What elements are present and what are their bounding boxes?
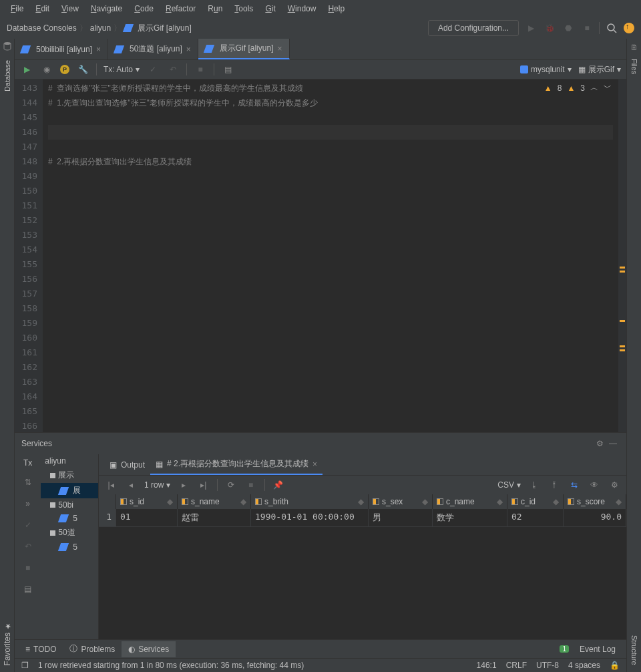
menu-tools[interactable]: Tools <box>229 3 258 15</box>
tree-node[interactable]: 展 <box>41 483 98 498</box>
todo-tab[interactable]: ≡TODO <box>19 641 63 657</box>
search-icon[interactable] <box>605 21 618 35</box>
code-line[interactable] <box>48 375 613 389</box>
stop-icon[interactable]: ■ <box>21 561 35 574</box>
line-separator[interactable]: CRLF <box>506 661 527 670</box>
code-line[interactable] <box>48 242 613 257</box>
services-tab[interactable]: ◐Services <box>122 641 176 657</box>
sort-icon[interactable]: ◆ <box>167 497 173 506</box>
filter-icon[interactable]: ⇅ <box>21 476 35 489</box>
grid-cell[interactable]: 数学 <box>433 509 507 527</box>
rollback-icon[interactable]: ↶ <box>166 63 180 76</box>
result-tab[interactable]: ▦ # 2.再根据分数查询出学生信息及其成绩 × <box>150 454 323 475</box>
code-line[interactable] <box>48 228 613 242</box>
breadcrumb-item[interactable]: Database Consoles <box>7 23 77 33</box>
breadcrumb-item[interactable]: 展示Gif [aliyun] <box>138 23 192 34</box>
structure-tool[interactable]: Structure <box>629 629 640 672</box>
chevron-up-icon[interactable]: ︿ <box>590 82 598 94</box>
code-area[interactable]: ▲8 ▲3 ︿ ﹀ # 查询选修"张三"老师所授课程的学生中，成绩最高的学生信息… <box>43 79 618 432</box>
sort-icon[interactable]: ◆ <box>497 497 503 506</box>
code-line[interactable] <box>48 125 613 140</box>
pin-icon[interactable]: 📌 <box>272 478 285 492</box>
column-header[interactable]: s_brith◆ <box>251 494 369 509</box>
window-icon[interactable]: ❐ <box>21 661 29 670</box>
expand-icon[interactable]: » <box>21 497 35 510</box>
breadcrumb-item[interactable]: aliyun <box>90 23 111 33</box>
inspections-widget[interactable]: ▲8 ▲3 ︿ ﹀ <box>544 82 612 94</box>
menu-code[interactable]: Code <box>129 3 159 15</box>
menu-git[interactable]: Git <box>260 3 280 15</box>
tree-node-root[interactable]: aliyun <box>41 454 98 468</box>
lock-icon[interactable]: 🔒 <box>610 661 620 670</box>
code-line[interactable] <box>48 272 613 287</box>
favorites-tool[interactable]: Favorites ★ <box>1 615 13 672</box>
marker-rail[interactable] <box>618 79 626 432</box>
column-header[interactable]: s_score◆ <box>564 494 626 509</box>
gear-icon[interactable]: ⚙ <box>608 478 621 492</box>
database-tool[interactable]: Database <box>2 53 13 98</box>
sort-icon[interactable]: ◆ <box>553 497 559 506</box>
menu-refactor[interactable]: Refactor <box>160 3 201 15</box>
code-line[interactable] <box>48 213 613 228</box>
tree-node[interactable]: 5 <box>41 512 98 525</box>
code-line[interactable] <box>48 301 613 316</box>
tx-mode-dropdown[interactable]: Tx: Auto▾ <box>103 65 140 74</box>
code-line[interactable] <box>48 419 613 434</box>
code-line[interactable] <box>48 140 613 154</box>
stop-icon[interactable]: ■ <box>580 21 594 35</box>
progress-icon[interactable]: P <box>60 65 69 74</box>
column-header[interactable]: c_name◆ <box>433 494 507 509</box>
code-line[interactable] <box>48 198 613 213</box>
result-grid[interactable]: s_id◆s_name◆s_brith◆s_sex◆c_name◆c_id◆s_… <box>99 494 626 639</box>
commit-icon[interactable]: ✓ <box>146 63 160 76</box>
prev-page-icon[interactable]: ◂ <box>124 478 138 492</box>
close-icon[interactable]: × <box>186 45 191 54</box>
upload-icon[interactable]: ⭱ <box>548 478 561 492</box>
first-page-icon[interactable]: |◂ <box>104 478 118 492</box>
code-line[interactable]: # 查询选修"张三"老师所授课程的学生中，成绩最高的学生信息及其成绩 <box>48 81 613 96</box>
code-line[interactable] <box>48 169 613 184</box>
column-header[interactable]: c_id◆ <box>507 494 564 509</box>
check-icon[interactable]: ✓ <box>21 518 35 532</box>
column-header[interactable]: s_sex◆ <box>369 494 433 509</box>
next-page-icon[interactable]: ▸ <box>177 478 190 492</box>
code-line[interactable] <box>48 389 613 404</box>
editor[interactable]: 1431441451461471481491501511521531541551… <box>15 79 626 432</box>
eventlog-tab[interactable]: Event Log <box>573 641 622 657</box>
compare-icon[interactable]: ⇆ <box>568 478 581 492</box>
tree-node[interactable]: 50bi <box>41 498 98 512</box>
revert-icon[interactable]: ↶ <box>21 540 35 553</box>
close-icon[interactable]: × <box>312 460 317 469</box>
close-icon[interactable]: × <box>277 44 282 53</box>
code-line[interactable] <box>48 360 613 375</box>
caret-position[interactable]: 146:1 <box>477 661 497 670</box>
grid-cell[interactable]: 90.0 <box>564 509 626 527</box>
close-icon[interactable]: × <box>96 45 101 54</box>
editor-tab[interactable]: 50道题 [aliyun]× <box>108 39 198 59</box>
chevron-down-icon[interactable]: ﹀ <box>604 82 612 94</box>
sort-icon[interactable]: ◆ <box>422 497 428 506</box>
menu-help[interactable]: Help <box>323 3 350 15</box>
run-icon[interactable]: ▶ <box>524 21 538 35</box>
grid-cell[interactable]: 02 <box>507 509 564 527</box>
stop-icon[interactable]: ■ <box>244 478 258 492</box>
minimize-icon[interactable]: — <box>606 437 620 450</box>
grid-cell[interactable]: 男 <box>369 509 433 527</box>
code-line[interactable]: # 1.先查询出查询选修"张三"老师所授课程的学生中，成绩最高的分数是多少 <box>48 96 613 110</box>
code-line[interactable] <box>48 404 613 419</box>
tree-node[interactable]: 50道 <box>41 525 98 540</box>
console-selector[interactable]: ▦ 展示Gif▾ <box>578 64 621 75</box>
code-line[interactable] <box>48 110 613 125</box>
coverage-icon[interactable]: ⬣ <box>562 21 575 35</box>
output-tab[interactable]: ▣ Output <box>104 456 150 474</box>
menu-navigate[interactable]: Navigate <box>85 3 128 15</box>
explain-plan-icon[interactable]: ◉ <box>40 63 53 76</box>
schema-selector[interactable]: mysqlunit▾ <box>520 65 572 74</box>
download-icon[interactable]: ⭳ <box>527 478 541 492</box>
column-header[interactable]: s_id◆ <box>116 494 178 509</box>
sort-icon[interactable]: ◆ <box>358 497 364 506</box>
execute-icon[interactable]: ▶ <box>20 63 33 76</box>
grid-cell[interactable]: 赵雷 <box>178 509 251 527</box>
view-icon[interactable]: ▤ <box>221 63 234 76</box>
grid-cell[interactable]: 1990-01-01 00:00:00 <box>251 509 369 527</box>
